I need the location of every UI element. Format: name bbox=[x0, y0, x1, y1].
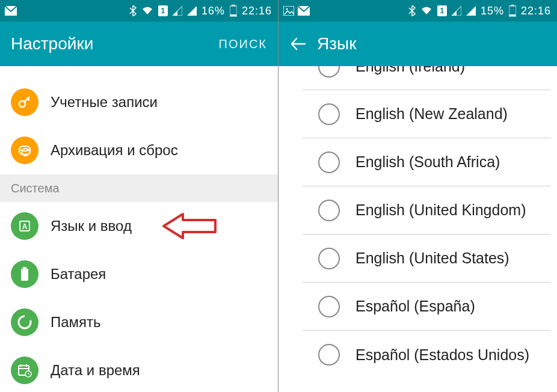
language-label: Español (Estados Unidos) bbox=[355, 346, 529, 364]
settings-screen: 1 16% 22:16 Настройки ПОИСК Учетные запи… bbox=[0, 0, 278, 392]
clock: 22:16 bbox=[242, 5, 272, 17]
settings-item-label: Дата и время bbox=[51, 362, 140, 379]
svg-rect-21 bbox=[509, 14, 515, 16]
settings-item-language-input[interactable]: A Язык и ввод bbox=[0, 202, 278, 250]
settings-item-storage[interactable]: Память bbox=[0, 298, 278, 346]
language-screen: 1 15% 22:16 Язык English (Ireland) Engli… bbox=[278, 0, 557, 392]
svg-text:A: A bbox=[22, 222, 28, 231]
settings-item-label: Учетные записи bbox=[51, 94, 158, 111]
svg-rect-3 bbox=[230, 14, 236, 16]
svg-rect-9 bbox=[23, 267, 26, 269]
svg-rect-2 bbox=[232, 5, 235, 6]
language-option[interactable]: English (Ireland) bbox=[303, 66, 551, 90]
gmail-icon bbox=[298, 6, 310, 16]
language-label: English (United States) bbox=[355, 250, 509, 267]
search-action[interactable]: ПОИСК bbox=[219, 37, 267, 51]
section-header-system: Система bbox=[0, 174, 278, 202]
language-option[interactable]: Español (Estados Unidos) bbox=[303, 331, 551, 379]
battery-icon bbox=[509, 5, 516, 17]
battery-percent: 16% bbox=[202, 5, 225, 17]
settings-item-date-time[interactable]: Дата и время bbox=[0, 346, 278, 392]
language-label: Español (España) bbox=[355, 298, 475, 315]
clock: 22:16 bbox=[521, 5, 551, 17]
sim-icon: 1 bbox=[158, 5, 168, 16]
wifi-icon bbox=[420, 6, 432, 16]
settings-item-battery[interactable]: Батарея bbox=[0, 250, 278, 298]
signal-2-icon bbox=[466, 6, 476, 16]
language-option[interactable]: English (United Kingdom) bbox=[303, 186, 551, 234]
signal-1-icon bbox=[173, 6, 182, 16]
svg-rect-20 bbox=[511, 5, 514, 6]
language-label: English (United Kingdom) bbox=[355, 201, 526, 219]
app-bar: Язык bbox=[278, 22, 557, 66]
radio-unchecked-icon[interactable] bbox=[318, 296, 340, 317]
radio-unchecked-icon[interactable] bbox=[318, 344, 340, 366]
signal-1-icon bbox=[452, 6, 461, 16]
svg-point-17 bbox=[286, 8, 288, 10]
language-a-icon: A bbox=[11, 212, 38, 240]
battery-full-icon bbox=[11, 260, 38, 288]
language-option[interactable]: English (New Zealand) bbox=[303, 90, 551, 138]
battery-percent: 15% bbox=[481, 5, 504, 17]
battery-icon bbox=[230, 5, 237, 17]
svg-rect-8 bbox=[21, 269, 28, 281]
arrow-left-annotation bbox=[162, 213, 217, 239]
settings-item-accounts[interactable]: Учетные записи bbox=[0, 78, 278, 126]
radio-unchecked-icon[interactable] bbox=[318, 200, 340, 221]
settings-list: Учетные записи Архивация и сброс Система… bbox=[0, 66, 278, 392]
key-icon bbox=[11, 88, 38, 116]
language-option[interactable]: English (South Africa) bbox=[303, 138, 551, 186]
calendar-clock-icon bbox=[11, 357, 38, 384]
settings-item-label: Батарея bbox=[51, 266, 106, 283]
bluetooth-icon bbox=[408, 5, 416, 16]
status-bar: 1 15% 22:16 bbox=[278, 0, 557, 22]
signal-2-icon bbox=[187, 6, 197, 16]
wifi-icon bbox=[141, 6, 153, 16]
language-option[interactable]: Español (España) bbox=[303, 283, 551, 331]
language-label: English (New Zealand) bbox=[355, 105, 508, 123]
language-option[interactable]: English (United States) bbox=[303, 234, 551, 283]
language-label: English (South Africa) bbox=[355, 153, 500, 171]
back-button[interactable] bbox=[289, 35, 306, 52]
settings-item-backup-reset[interactable]: Архивация и сброс bbox=[0, 126, 278, 174]
settings-item-label: Архивация и сброс bbox=[51, 142, 178, 159]
storage-icon bbox=[11, 308, 38, 336]
radio-unchecked-icon[interactable] bbox=[318, 152, 340, 173]
page-title: Настройки bbox=[11, 34, 219, 54]
sim-icon: 1 bbox=[437, 5, 447, 16]
settings-item-label: Память bbox=[51, 314, 101, 331]
language-list[interactable]: English (Ireland) English (New Zealand) … bbox=[278, 66, 557, 392]
bluetooth-icon bbox=[129, 5, 137, 16]
language-label: English (Ireland) bbox=[355, 66, 465, 75]
reset-icon bbox=[11, 136, 38, 164]
settings-item-label: Язык и ввод bbox=[51, 218, 132, 234]
page-title: Язык bbox=[317, 34, 546, 54]
status-bar: 1 16% 22:16 bbox=[0, 0, 278, 22]
image-notif-icon bbox=[283, 6, 294, 16]
radio-unchecked-icon[interactable] bbox=[318, 248, 340, 269]
radio-unchecked-icon[interactable] bbox=[318, 103, 340, 125]
radio-unchecked-icon[interactable] bbox=[318, 66, 340, 78]
app-bar: Настройки ПОИСК bbox=[0, 22, 278, 66]
gmail-icon bbox=[5, 6, 17, 16]
